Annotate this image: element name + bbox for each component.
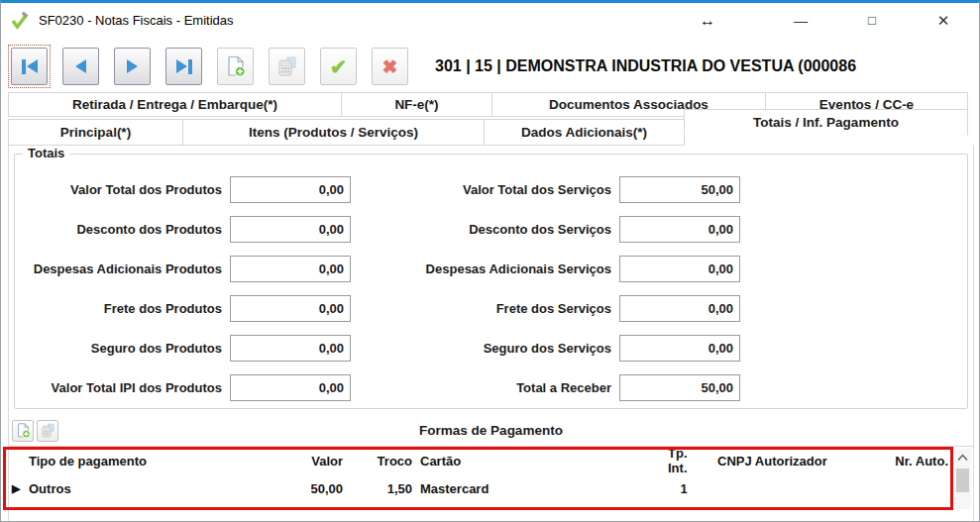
payment-table-header: Tipo de pagamento Valor Troco Cartão Tp.… — [9, 450, 973, 471]
content-panel: Totais Valor Total dos Produtos Valor To… — [8, 146, 974, 522]
scroll-up-icon[interactable] — [954, 449, 971, 466]
despesas-adicionais-servicos-label: Despesas Adicionais Serviços — [357, 261, 613, 276]
tab-itens-produtos-servicos[interactable]: Itens (Produtos / Serviços) — [182, 119, 485, 146]
payment-table-scrollbar[interactable] — [954, 449, 971, 509]
tab-retirada-entrega-embarque[interactable]: Retirada / Entrega / Embarque(*) — [8, 92, 342, 117]
tab-totais-inf-pagamento[interactable]: Totais / Inf. Pagamento — [684, 109, 968, 136]
first-record-button[interactable] — [11, 48, 48, 85]
confirm-button[interactable]: ✔ — [320, 48, 357, 85]
desconto-produtos-field[interactable] — [230, 216, 351, 243]
field-row: Valor Total dos Produtos Valor Total dos… — [19, 175, 967, 203]
minimize-button[interactable]: — — [765, 3, 836, 38]
app-window: SF0230 - Notas Fiscais - Emitidas ↔ — □ … — [0, 0, 980, 522]
frete-servicos-field[interactable] — [619, 295, 740, 322]
app-logo-icon — [11, 11, 31, 31]
window-title: SF0230 - Notas Fiscais - Emitidas — [39, 13, 234, 28]
desconto-servicos-label: Desconto dos Serviços — [357, 222, 613, 237]
field-row: Frete dos Produtos Frete dos Serviços — [19, 294, 967, 322]
resize-arrows-icon[interactable]: ↔ — [678, 3, 737, 38]
calculator-icon — [275, 54, 299, 78]
payment-table: Tipo de pagamento Valor Troco Cartão Tp.… — [9, 450, 973, 500]
field-row: Seguro dos Produtos Seguro dos Serviços — [19, 334, 967, 362]
cell-tipo-pagamento: ▶ Outros — [9, 481, 278, 496]
next-record-icon — [127, 59, 138, 73]
confirm-check-icon: ✔ — [330, 56, 348, 77]
cell-tp-int: 1 — [660, 481, 708, 496]
col-tipo-pagamento: Tipo de pagamento — [9, 454, 278, 469]
cell-cartao: Mastercard — [412, 481, 660, 496]
tab-dados-adicionais[interactable]: Dados Adicionais(*) — [484, 119, 685, 146]
desconto-produtos-label: Desconto dos Produtos — [19, 222, 224, 237]
cancel-button[interactable]: ✖ — [372, 48, 408, 85]
new-document-button[interactable] — [217, 48, 254, 85]
current-row-marker-icon: ▶ — [12, 482, 20, 495]
despesas-adicionais-produtos-label: Despesas Adicionais Produtos — [19, 261, 224, 276]
previous-record-icon — [75, 59, 86, 73]
calculator-button[interactable] — [269, 48, 305, 85]
valor-total-produtos-label: Valor Total dos Produtos — [19, 182, 224, 197]
frete-servicos-label: Frete dos Serviços — [357, 301, 613, 316]
total-a-receber-field[interactable] — [619, 374, 740, 401]
field-row: Valor Total IPI dos Produtos Total a Rec… — [19, 373, 967, 401]
close-button[interactable]: ✕ — [908, 3, 979, 38]
col-nr-auto: Nr. Auto. — [886, 454, 954, 469]
valor-total-servicos-label: Valor Total dos Serviços — [357, 182, 613, 197]
col-cnpj-autorizador: CNPJ Autorizador — [708, 454, 886, 469]
total-a-receber-label: Total a Receber — [357, 380, 613, 395]
despesas-adicionais-servicos-field[interactable] — [619, 256, 740, 282]
scrollbar-thumb[interactable] — [956, 469, 969, 492]
maximize-button[interactable]: □ — [836, 3, 908, 38]
previous-record-button[interactable] — [62, 48, 99, 85]
valor-total-ipi-produtos-label: Valor Total IPI dos Produtos — [19, 380, 224, 395]
totais-groupbox: Totais Valor Total dos Produtos Valor To… — [14, 154, 968, 409]
formas-pagamento-title: Formas de Pagamento — [9, 423, 973, 438]
toolbar: ✔ ✖ 301 | 15 | DEMONSTRA INDUSTRIA DO VE… — [1, 41, 979, 92]
tab-principal[interactable]: Principal(*) — [8, 119, 183, 146]
title-bar: SF0230 - Notas Fiscais - Emitidas ↔ — □ … — [1, 3, 979, 38]
next-record-button[interactable] — [114, 48, 151, 85]
valor-total-ipi-produtos-field[interactable] — [230, 374, 351, 401]
desconto-servicos-field[interactable] — [619, 216, 740, 243]
field-row: Desconto dos Produtos Desconto dos Servi… — [19, 215, 967, 243]
payment-table-row[interactable]: ▶ Outros 50,00 1,50 Mastercard 1 — [9, 476, 973, 500]
frete-produtos-label: Frete dos Produtos — [19, 301, 224, 316]
new-document-icon — [224, 54, 248, 78]
valor-total-produtos-field[interactable] — [230, 176, 351, 203]
cell-tipo-pagamento-text: Outros — [29, 481, 71, 496]
despesas-adicionais-produtos-field[interactable] — [230, 256, 351, 282]
field-row: Despesas Adicionais Produtos Despesas Ad… — [19, 255, 967, 282]
col-tp-int: Tp. Int. — [660, 446, 708, 475]
col-troco: Troco — [343, 454, 412, 469]
cell-troco: 1,50 — [343, 481, 412, 496]
cell-valor: 50,00 — [278, 481, 343, 496]
seguro-servicos-label: Seguro dos Serviços — [357, 341, 613, 356]
seguro-produtos-field[interactable] — [230, 335, 351, 362]
payment-calculator-button[interactable] — [37, 420, 58, 442]
calculator-icon — [40, 422, 56, 439]
totais-legend: Totais — [23, 146, 69, 160]
last-record-button[interactable] — [165, 48, 202, 85]
frete-produtos-field[interactable] — [230, 295, 351, 322]
last-record-icon — [176, 59, 192, 74]
col-valor: Valor — [278, 454, 343, 469]
record-identifier: 301 | 15 | DEMONSTRA INDUSTRIA DO VESTUA… — [435, 57, 856, 75]
cancel-x-icon: ✖ — [382, 57, 398, 76]
new-document-icon — [15, 422, 32, 439]
col-cartao: Cartão — [412, 454, 660, 469]
add-payment-button[interactable] — [12, 420, 34, 442]
seguro-produtos-label: Seguro dos Produtos — [19, 341, 224, 356]
valor-total-servicos-field[interactable] — [619, 176, 740, 203]
tab-nfe[interactable]: NF-e(*) — [341, 92, 492, 117]
formas-pagamento-bar: Formas de Pagamento — [9, 415, 973, 447]
seguro-servicos-field[interactable] — [619, 335, 740, 362]
first-record-icon — [22, 59, 38, 74]
tab-strip-bottom: Principal(*) Itens (Produtos / Serviços)… — [1, 119, 979, 147]
